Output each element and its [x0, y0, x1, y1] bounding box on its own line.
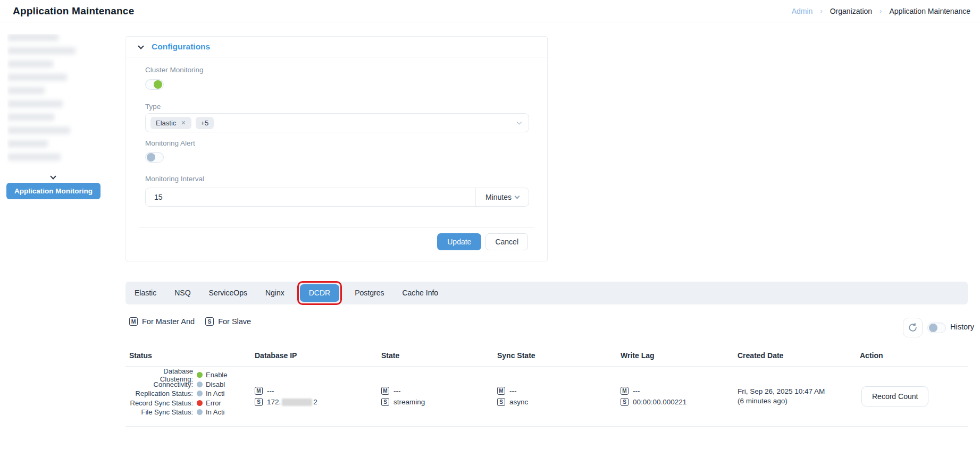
interval-unit-select[interactable]: Minutes — [475, 188, 529, 206]
breadcrumb-admin[interactable]: Admin — [792, 7, 813, 15]
status-dot-green — [197, 372, 203, 378]
toggle-knob — [147, 153, 155, 162]
master-badge-icon: M — [497, 387, 505, 395]
status-line-replication: Replication Status: In Acti — [129, 389, 251, 399]
master-ip-line: M --- — [255, 385, 378, 396]
blurred-item — [7, 100, 63, 107]
toggle-knob — [929, 324, 937, 332]
cancel-button[interactable]: Cancel — [485, 233, 528, 250]
blurred-item — [7, 114, 54, 121]
sync-state-cell: M --- S async — [493, 367, 617, 426]
column-header-state: State — [378, 351, 493, 360]
table-row: Database Clustering: Enable Connectivity… — [125, 367, 968, 427]
write-lag-cell: M --- S 00:00:00.000221 — [617, 367, 734, 426]
slave-badge-icon: S — [497, 398, 505, 406]
monitoring-interval-label: Monitoring Interval — [145, 175, 204, 183]
breadcrumb: Admin › Organization › Application Maint… — [792, 7, 970, 15]
application-monitoring-button[interactable]: Application Monitoring — [6, 183, 100, 199]
blurred-item — [7, 87, 45, 94]
created-date-line1: Fri, Sep 26, 2025 10:47 AM — [738, 387, 856, 397]
chevron-down-icon — [515, 194, 520, 199]
monitoring-interval-group: Minutes — [145, 188, 529, 207]
status-dot-red — [197, 400, 203, 406]
master-badge-icon: M — [129, 317, 138, 326]
blurred-item — [7, 47, 76, 54]
blurred-item — [7, 140, 48, 147]
history-label: History — [950, 323, 974, 331]
breadcrumb-separator-icon: › — [880, 7, 882, 15]
column-header-database-ip: Database IP — [251, 351, 378, 360]
column-header-created-date: Created Date — [734, 351, 856, 360]
created-date-line2: (6 minutes ago) — [738, 396, 856, 406]
status-line-connectivity: Connectivity: Disabl — [129, 380, 251, 389]
table-header-row: Status Database IP State Sync State Writ… — [125, 344, 968, 367]
column-header-write-lag: Write Lag — [617, 351, 734, 360]
column-header-sync-state: Sync State — [493, 351, 617, 360]
configurations-panel: Configurations Cluster Monitoring Type E… — [125, 36, 548, 261]
refresh-icon — [908, 323, 918, 333]
slave-badge-icon: S — [255, 398, 263, 406]
database-ip-cell: M --- S 172.2 — [251, 367, 378, 426]
tab-nginx[interactable]: Nginx — [256, 282, 294, 304]
master-slave-legend: M For Master And S For Slave — [129, 317, 251, 326]
column-header-status: Status — [125, 351, 251, 360]
column-header-action: Action — [856, 351, 968, 360]
tab-elastic[interactable]: Elastic — [125, 282, 165, 304]
toggle-knob — [154, 80, 162, 89]
monitoring-alert-toggle[interactable] — [145, 152, 164, 163]
master-badge-icon: M — [381, 387, 389, 395]
top-bar: Application Maintenance Admin › Organiza… — [0, 0, 980, 22]
blurred-item — [7, 127, 70, 134]
blurred-item — [7, 74, 67, 81]
service-tab-bar: Elastic NSQ ServiceOps Nginx DCDR Postgr… — [125, 282, 968, 304]
tab-dcdr[interactable]: DCDR — [300, 284, 339, 302]
dcdr-status-table: Status Database IP State Sync State Writ… — [125, 344, 968, 427]
monitoring-interval-input[interactable] — [146, 188, 475, 206]
chip-label: Elastic — [156, 119, 176, 127]
legend-slave-text: For Slave — [218, 317, 251, 326]
cluster-monitoring-toggle[interactable] — [145, 79, 164, 90]
chip-remove-icon[interactable]: ✕ — [181, 120, 186, 126]
configurations-title[interactable]: Configurations — [152, 42, 210, 52]
cluster-monitoring-label: Cluster Monitoring — [145, 66, 204, 74]
tab-serviceops[interactable]: ServiceOps — [200, 282, 256, 304]
sidebar-blurred-content — [7, 34, 88, 171]
type-chip-elastic: Elastic ✕ — [150, 117, 191, 129]
type-multiselect[interactable]: Elastic ✕ +5 — [145, 113, 529, 132]
tab-nsq[interactable]: NSQ — [165, 282, 199, 304]
type-chip-more[interactable]: +5 — [196, 117, 214, 129]
breadcrumb-organization[interactable]: Organization — [830, 7, 872, 15]
state-cell: M --- S streaming — [378, 367, 493, 426]
action-cell: Record Count — [856, 367, 968, 426]
update-button[interactable]: Update — [437, 233, 481, 250]
redacted-ip-segment — [282, 399, 312, 406]
master-badge-icon: M — [621, 387, 629, 395]
status-dot-grey — [197, 409, 203, 415]
legend-master-text: For Master And — [142, 317, 195, 326]
card-divider — [139, 227, 534, 228]
history-toggle[interactable] — [927, 323, 946, 333]
refresh-button[interactable] — [903, 318, 923, 337]
tab-cache-info[interactable]: Cache Info — [393, 282, 447, 304]
status-line-file-sync: File Sync Status: In Acti — [129, 408, 251, 417]
master-badge-icon: M — [255, 387, 263, 395]
blurred-item — [7, 61, 53, 67]
chevron-down-icon[interactable] — [517, 120, 522, 125]
status-line-record-sync: Record Sync Status: Error — [129, 399, 251, 408]
interval-unit-value: Minutes — [485, 193, 512, 201]
sidebar-expand-chevron-icon[interactable] — [51, 171, 55, 181]
page-title: Application Maintenance — [13, 5, 134, 17]
configurations-header[interactable]: Configurations — [126, 37, 547, 57]
card-actions: Update Cancel — [437, 233, 528, 250]
type-label: Type — [145, 103, 161, 111]
status-cell: Database Clustering: Enable Connectivity… — [125, 367, 251, 426]
slave-ip-line: S 172.2 — [255, 396, 378, 408]
created-date-cell: Fri, Sep 26, 2025 10:47 AM (6 minutes ag… — [734, 367, 856, 426]
status-dot-grey — [197, 382, 203, 387]
slave-ip-value: 172.2 — [267, 398, 317, 406]
collapse-chevron-down-icon[interactable] — [138, 43, 144, 49]
record-count-button[interactable]: Record Count — [861, 386, 928, 406]
status-line-database-clustering: Database Clustering: Enable — [129, 370, 251, 380]
blurred-item — [7, 154, 61, 160]
tab-postgres[interactable]: Postgres — [346, 282, 393, 304]
